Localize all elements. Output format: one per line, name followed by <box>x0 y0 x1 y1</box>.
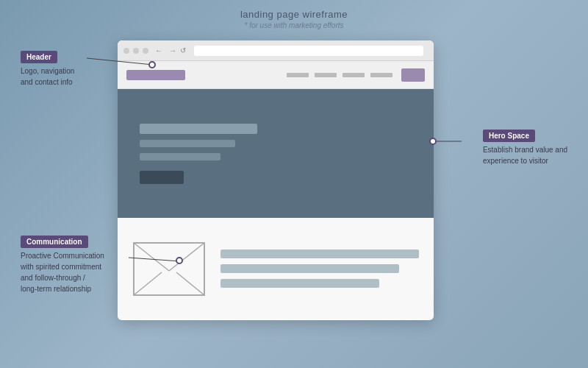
browser-btn-3 <box>143 48 148 54</box>
wireframe-header <box>118 61 434 89</box>
comm-badge: Communication <box>21 236 88 248</box>
page-title: landing page wireframe <box>0 9 588 20</box>
title-area: landing page wireframe * for use with ma… <box>0 0 588 29</box>
browser-btn-2 <box>133 48 139 54</box>
comm-connector-dot <box>176 257 183 264</box>
wf-nav-line-1 <box>287 73 309 77</box>
page-wrapper: landing page wireframe * for use with ma… <box>0 0 588 368</box>
svg-line-1 <box>134 243 169 271</box>
header-connector-dot <box>148 61 156 68</box>
browser-chrome: ← → ↺ <box>118 40 434 61</box>
hero-description: Establish brand value andexperience to v… <box>483 144 567 166</box>
comm-bar-3 <box>220 279 379 288</box>
comm-bar-2 <box>220 264 399 273</box>
browser-back[interactable]: ← <box>155 46 162 54</box>
hero-badge: Hero Space <box>483 130 535 142</box>
page-subtitle: * for use with marketing efforts <box>0 21 588 29</box>
header-badge: Header <box>21 51 57 63</box>
browser-btn-1 <box>123 48 129 54</box>
wireframe-hero <box>118 89 434 218</box>
svg-line-3 <box>134 272 162 295</box>
header-annotation: Header Logo, navigationand contact info <box>21 49 74 88</box>
comm-text-bars <box>220 250 419 288</box>
header-description: Logo, navigationand contact info <box>21 66 74 88</box>
browser-forward[interactable]: → <box>169 46 176 54</box>
envelope-icon-wrapper <box>132 241 206 297</box>
comm-bar-1 <box>220 250 419 258</box>
wf-logo <box>126 70 185 80</box>
comm-description: Proactive Communicationwith spirited com… <box>21 250 104 294</box>
envelope-icon <box>132 241 206 297</box>
wireframe-comm <box>118 218 434 319</box>
url-bar[interactable] <box>194 46 423 56</box>
hero-title-placeholder <box>140 124 257 134</box>
browser-refresh[interactable]: ↺ <box>180 46 186 54</box>
hero-sub2-placeholder <box>140 153 220 160</box>
browser-window: ← → ↺ <box>118 40 434 320</box>
hero-connector-dot <box>429 138 437 145</box>
comm-annotation: Communication Proactive Communicationwit… <box>21 234 104 294</box>
wf-nav-line-2 <box>315 73 337 77</box>
wf-nav-line-3 <box>343 73 365 77</box>
hero-cta-placeholder <box>140 171 184 184</box>
hero-annotation: Hero Space Establish brand value andexpe… <box>483 128 567 166</box>
svg-line-2 <box>169 243 204 271</box>
svg-line-4 <box>176 272 204 295</box>
wf-nav-line-4 <box>370 73 392 77</box>
hero-sub1-placeholder <box>140 140 235 147</box>
wf-nav <box>287 68 425 82</box>
wf-nav-button <box>401 68 425 82</box>
